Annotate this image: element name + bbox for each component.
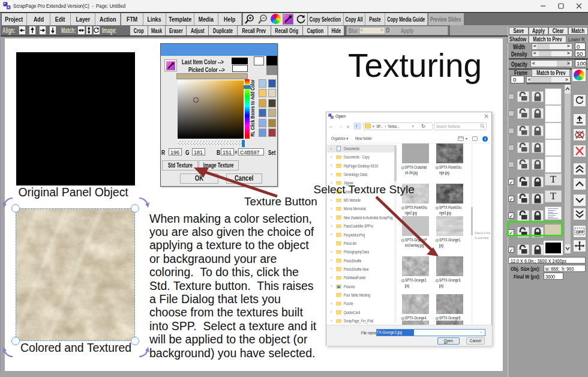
svg-text:OFF: OFF [576, 229, 584, 234]
